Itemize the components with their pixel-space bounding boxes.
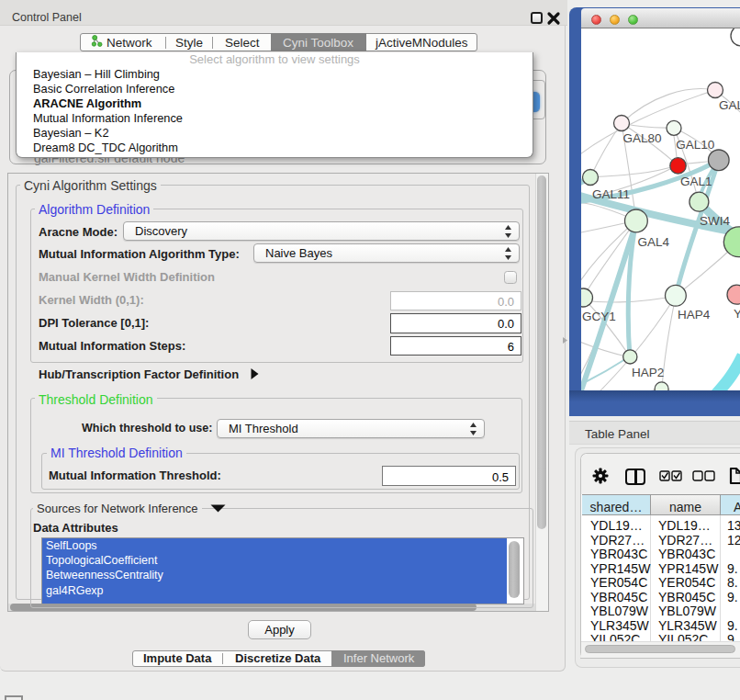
svg-text:HAP2: HAP2 xyxy=(632,366,664,379)
svg-text:GAL4: GAL4 xyxy=(637,235,669,249)
svg-text:GAL: GAL xyxy=(719,98,740,112)
svg-text:HAP4: HAP4 xyxy=(678,308,711,322)
svg-text:Y: Y xyxy=(734,307,740,321)
svg-text:GAL11: GAL11 xyxy=(592,187,630,201)
svg-text:GAL1: GAL1 xyxy=(680,175,712,188)
svg-text:SWI4: SWI4 xyxy=(700,214,730,228)
svg-text:GCY1: GCY1 xyxy=(582,310,616,323)
svg-text:GAL80: GAL80 xyxy=(623,131,662,145)
svg-text:GAL10: GAL10 xyxy=(676,138,714,152)
